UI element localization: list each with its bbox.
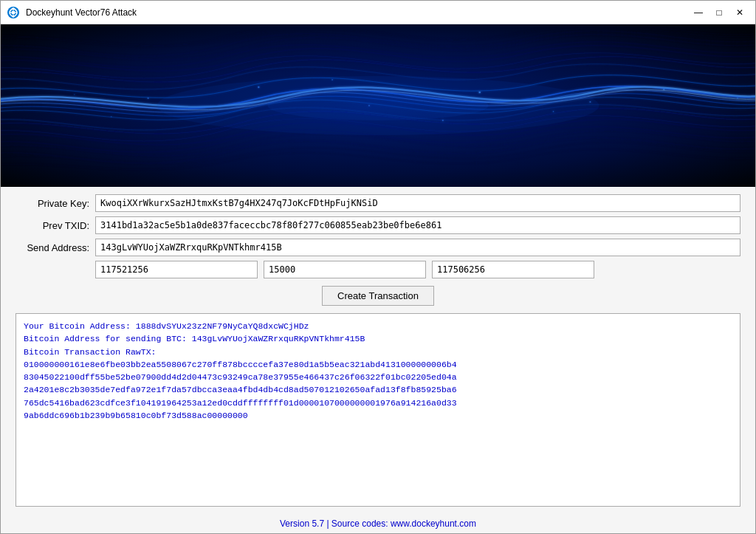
banner-image [1, 24, 755, 187]
output-line-2: Bitcoin Address for sending BTC: 143gLvW… [24, 332, 732, 345]
window-controls: — □ ✕ [689, 5, 749, 20]
amount-row [95, 261, 740, 278]
send-address-row: Send Address: [16, 239, 740, 256]
content-area: Private Key: Prev TXID: Send Address: Cr… [1, 187, 755, 514]
output-area: Your Bitcoin Address: 1888dvSYUx23z2NF79… [16, 313, 740, 507]
output-line-4: 010000000161e8e6fbe03bb2ea5508067c270ff8… [24, 358, 732, 371]
svg-point-12 [74, 94, 75, 95]
create-transaction-button[interactable]: Create Transaction [322, 286, 434, 306]
app-icon [7, 6, 20, 19]
svg-point-1 [12, 10, 16, 14]
private-key-row: Private Key: [16, 194, 740, 212]
footer: Version 5.7 | Source codes: www.dockeyhu… [1, 514, 755, 533]
amount3-input[interactable] [432, 261, 594, 278]
prev-txid-input[interactable] [95, 216, 740, 234]
close-button[interactable]: ✕ [730, 5, 749, 20]
output-line-8: 9ab6ddc696b1b239b9b65810c0bf73d588ac0000… [24, 409, 732, 422]
svg-point-16 [267, 91, 488, 120]
main-window: Dockeyhunt Vector76 Attack — □ ✕ [0, 0, 756, 534]
output-line-5: 83045022100dff55be52be07900dd4d2d04473c9… [24, 371, 732, 383]
amount1-input[interactable] [95, 261, 258, 278]
send-address-input[interactable] [95, 239, 740, 256]
svg-point-8 [111, 116, 112, 117]
minimize-button[interactable]: — [689, 5, 708, 20]
private-key-label: Private Key: [16, 198, 89, 209]
send-address-label: Send Address: [16, 242, 89, 253]
private-key-input[interactable] [95, 194, 740, 212]
svg-point-11 [663, 89, 664, 90]
output-line-6: 2a4201e8c2b3035de7edfa972e1f7da57dbcca3e… [24, 383, 732, 396]
prev-txid-label: Prev TXID: [16, 220, 89, 231]
button-row: Create Transaction [16, 286, 740, 306]
window-title: Dockeyhunt Vector76 Attack [26, 7, 689, 18]
prev-txid-row: Prev TXID: [16, 216, 740, 234]
output-line-3: Bitcoin Transaction RawTX: [24, 346, 732, 358]
amount2-input[interactable] [264, 261, 426, 278]
footer-text: Version 5.7 | Source codes: www.dockeyhu… [280, 518, 476, 529]
title-bar: Dockeyhunt Vector76 Attack — □ ✕ [1, 1, 755, 24]
svg-point-3 [148, 97, 149, 99]
svg-point-14 [737, 97, 738, 99]
maximize-button[interactable]: □ [709, 5, 729, 20]
output-line-7: 765dc5416bad623cdfce3f1041919642​53a12ed… [24, 397, 732, 409]
output-line-1: Your Bitcoin Address: 1888dvSYUx23z2NF79… [24, 320, 732, 332]
